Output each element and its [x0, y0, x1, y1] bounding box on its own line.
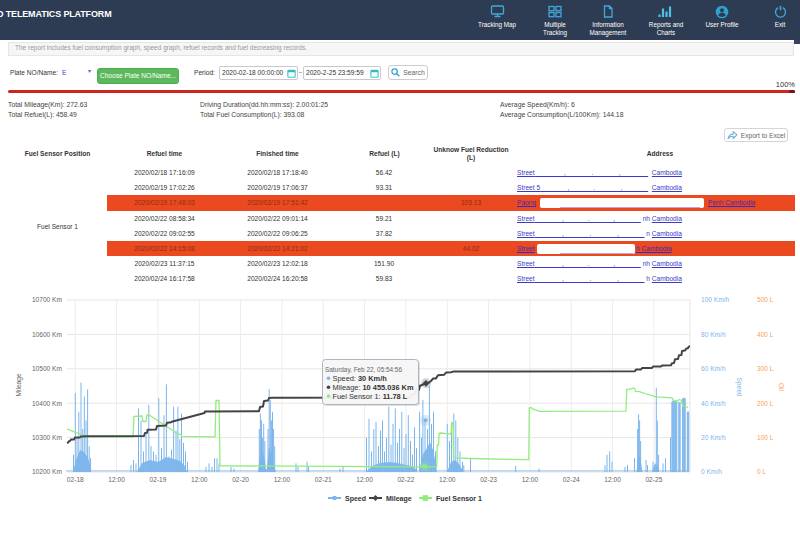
- svg-text:500 L: 500 L: [757, 296, 774, 303]
- svg-text:02-23: 02-23: [480, 476, 497, 483]
- svg-text:100 L: 100 L: [757, 434, 774, 441]
- svg-text:Fuel Sensor 1: Fuel Sensor 1: [436, 495, 482, 502]
- svg-text:10200 Km: 10200 Km: [32, 468, 63, 475]
- svg-text:12:00: 12:00: [274, 476, 291, 483]
- svg-text:0 Km/h: 0 Km/h: [701, 468, 722, 475]
- svg-text:02-19: 02-19: [150, 476, 167, 483]
- svg-text:80 Km/h: 80 Km/h: [701, 331, 726, 338]
- svg-text:02-21: 02-21: [315, 476, 332, 483]
- svg-text:12:00: 12:00: [604, 476, 621, 483]
- svg-text:Oil: Oil: [778, 383, 785, 392]
- svg-text:400 L: 400 L: [757, 331, 774, 338]
- svg-text:12:00: 12:00: [108, 476, 125, 483]
- svg-text:10700 Km: 10700 Km: [32, 296, 63, 303]
- svg-text:Speed: 30 Km/h: Speed: 30 Km/h: [333, 374, 388, 383]
- svg-text:20 Km/h: 20 Km/h: [701, 434, 726, 441]
- svg-text:02-18: 02-18: [67, 476, 84, 483]
- svg-text:60 Km/h: 60 Km/h: [701, 365, 726, 372]
- svg-text:10500 Km: 10500 Km: [32, 365, 63, 372]
- svg-text:12:00: 12:00: [356, 476, 373, 483]
- svg-text:Speed: Speed: [735, 377, 743, 396]
- svg-text:12:00: 12:00: [439, 476, 456, 483]
- svg-text:12:00: 12:00: [522, 476, 539, 483]
- svg-text:40 Km/h: 40 Km/h: [701, 400, 726, 407]
- svg-text:10300 Km: 10300 Km: [32, 434, 63, 441]
- svg-text:100 Km/h: 100 Km/h: [701, 296, 730, 303]
- svg-text:02-22: 02-22: [397, 476, 414, 483]
- svg-text:02-20: 02-20: [232, 476, 249, 483]
- svg-text:10400 Km: 10400 Km: [32, 400, 63, 407]
- svg-text:Mileage: 10 455.036 Km: Mileage: 10 455.036 Km: [333, 383, 414, 392]
- svg-text:Mileage: Mileage: [386, 495, 412, 503]
- svg-text:02-24: 02-24: [563, 476, 580, 483]
- svg-text:Mileage: Mileage: [15, 373, 23, 396]
- svg-text:12:00: 12:00: [191, 476, 208, 483]
- svg-text:Saturday, Feb 22, 05:54:56: Saturday, Feb 22, 05:54:56: [325, 366, 402, 374]
- svg-text:200 L: 200 L: [757, 400, 774, 407]
- svg-text:0 L: 0 L: [757, 468, 766, 475]
- svg-text:10600 Km: 10600 Km: [32, 331, 63, 338]
- svg-text:Fuel Sensor 1: 11.78 L: Fuel Sensor 1: 11.78 L: [333, 392, 408, 401]
- svg-text:Speed: Speed: [345, 495, 366, 503]
- svg-text:02-25: 02-25: [645, 476, 662, 483]
- svg-text:300 L: 300 L: [757, 365, 774, 372]
